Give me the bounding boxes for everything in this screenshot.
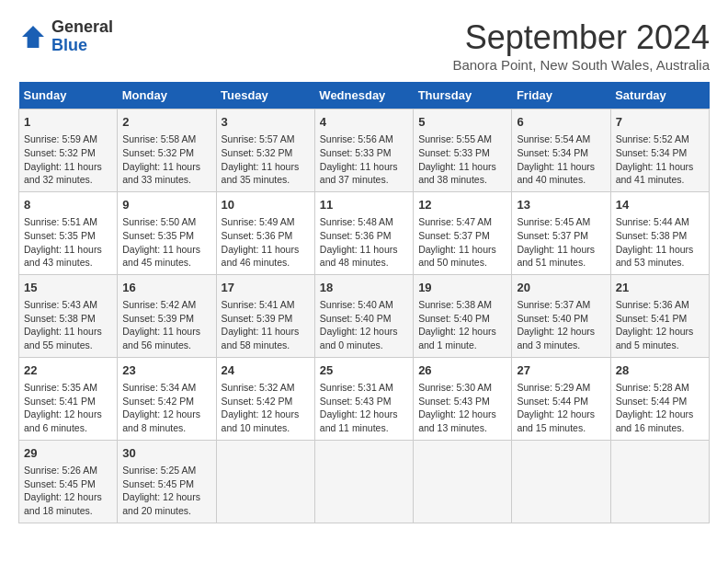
calendar-cell: 20Sunrise: 5:37 AM Sunset: 5:40 PM Dayli… (512, 274, 610, 357)
calendar-cell: 4Sunrise: 5:56 AM Sunset: 5:33 PM Daylig… (314, 109, 413, 192)
day-info: Sunrise: 5:41 AM Sunset: 5:39 PM Dayligh… (222, 298, 310, 352)
calendar-cell: 26Sunrise: 5:30 AM Sunset: 5:43 PM Dayli… (414, 357, 512, 440)
weekday-header-saturday: Saturday (610, 82, 709, 109)
day-number: 24 (222, 362, 310, 379)
day-info: Sunrise: 5:57 AM Sunset: 5:32 PM Dayligh… (222, 132, 310, 187)
calendar-cell: 18Sunrise: 5:40 AM Sunset: 5:40 PM Dayli… (314, 274, 413, 357)
calendar-cell: 23Sunrise: 5:34 AM Sunset: 5:42 PM Dayli… (118, 357, 216, 440)
day-number: 29 (24, 445, 112, 462)
calendar-week-3: 15Sunrise: 5:43 AM Sunset: 5:38 PM Dayli… (19, 274, 710, 357)
calendar-cell: 6Sunrise: 5:54 AM Sunset: 5:34 PM Daylig… (512, 109, 610, 192)
day-number: 14 (616, 197, 704, 213)
day-number: 22 (24, 362, 112, 379)
day-info: Sunrise: 5:25 AM Sunset: 5:45 PM Dayligh… (122, 464, 210, 518)
calendar-body: 1Sunrise: 5:59 AM Sunset: 5:32 PM Daylig… (19, 109, 710, 523)
calendar-cell (414, 440, 512, 523)
weekday-header-thursday: Thursday (414, 82, 512, 109)
weekday-row: SundayMondayTuesdayWednesdayThursdayFrid… (19, 82, 710, 109)
day-number: 26 (418, 362, 506, 379)
day-info: Sunrise: 5:55 AM Sunset: 5:33 PM Dayligh… (418, 132, 506, 187)
day-number: 20 (517, 280, 605, 296)
day-info: Sunrise: 5:36 AM Sunset: 5:41 PM Dayligh… (616, 298, 704, 352)
calendar-cell: 27Sunrise: 5:29 AM Sunset: 5:44 PM Dayli… (512, 357, 610, 440)
calendar-cell: 13Sunrise: 5:45 AM Sunset: 5:37 PM Dayli… (512, 191, 610, 274)
calendar-cell (216, 440, 314, 523)
day-number: 6 (517, 114, 605, 131)
day-info: Sunrise: 5:52 AM Sunset: 5:34 PM Dayligh… (616, 132, 704, 187)
logo: General Blue (18, 18, 113, 55)
day-number: 3 (222, 114, 310, 131)
day-number: 11 (320, 197, 408, 213)
day-number: 1 (24, 114, 112, 131)
day-info: Sunrise: 5:26 AM Sunset: 5:45 PM Dayligh… (24, 464, 112, 518)
page-header: General Blue September 2024 Banora Point… (18, 18, 710, 73)
weekday-header-friday: Friday (512, 82, 610, 109)
day-info: Sunrise: 5:59 AM Sunset: 5:32 PM Dayligh… (24, 132, 112, 187)
calendar-cell: 21Sunrise: 5:36 AM Sunset: 5:41 PM Dayli… (610, 274, 709, 357)
weekday-header-tuesday: Tuesday (216, 82, 314, 109)
calendar-cell: 29Sunrise: 5:26 AM Sunset: 5:45 PM Dayli… (19, 440, 118, 523)
day-info: Sunrise: 5:49 AM Sunset: 5:36 PM Dayligh… (222, 215, 310, 270)
day-number: 4 (320, 114, 408, 131)
day-number: 25 (320, 362, 408, 379)
day-info: Sunrise: 5:40 AM Sunset: 5:40 PM Dayligh… (320, 298, 408, 352)
svg-marker-0 (22, 26, 44, 48)
day-info: Sunrise: 5:37 AM Sunset: 5:40 PM Dayligh… (517, 298, 605, 352)
day-number: 5 (418, 114, 506, 131)
weekday-header-sunday: Sunday (19, 82, 118, 109)
calendar-cell: 14Sunrise: 5:44 AM Sunset: 5:38 PM Dayli… (610, 191, 709, 274)
day-info: Sunrise: 5:42 AM Sunset: 5:39 PM Dayligh… (122, 298, 210, 352)
logo-icon (18, 22, 48, 52)
day-info: Sunrise: 5:30 AM Sunset: 5:43 PM Dayligh… (418, 381, 506, 435)
day-info: Sunrise: 5:56 AM Sunset: 5:33 PM Dayligh… (320, 132, 408, 187)
day-info: Sunrise: 5:43 AM Sunset: 5:38 PM Dayligh… (24, 298, 112, 352)
calendar-header: SundayMondayTuesdayWednesdayThursdayFrid… (19, 82, 710, 109)
weekday-header-wednesday: Wednesday (314, 82, 413, 109)
calendar-cell: 24Sunrise: 5:32 AM Sunset: 5:42 PM Dayli… (216, 357, 314, 440)
day-number: 18 (320, 280, 408, 296)
calendar-cell: 1Sunrise: 5:59 AM Sunset: 5:32 PM Daylig… (19, 109, 118, 192)
day-info: Sunrise: 5:34 AM Sunset: 5:42 PM Dayligh… (122, 381, 210, 435)
calendar-cell: 28Sunrise: 5:28 AM Sunset: 5:44 PM Dayli… (610, 357, 709, 440)
calendar-cell: 22Sunrise: 5:35 AM Sunset: 5:41 PM Dayli… (19, 357, 118, 440)
calendar-cell: 11Sunrise: 5:48 AM Sunset: 5:36 PM Dayli… (314, 191, 413, 274)
month-year-title: September 2024 (452, 18, 710, 57)
calendar-cell: 7Sunrise: 5:52 AM Sunset: 5:34 PM Daylig… (610, 109, 709, 192)
weekday-header-monday: Monday (118, 82, 216, 109)
day-info: Sunrise: 5:32 AM Sunset: 5:42 PM Dayligh… (222, 381, 310, 435)
day-info: Sunrise: 5:58 AM Sunset: 5:32 PM Dayligh… (122, 132, 210, 187)
day-info: Sunrise: 5:28 AM Sunset: 5:44 PM Dayligh… (616, 381, 704, 435)
day-number: 21 (616, 280, 704, 296)
day-number: 27 (517, 362, 605, 379)
day-number: 23 (122, 362, 210, 379)
calendar-cell: 10Sunrise: 5:49 AM Sunset: 5:36 PM Dayli… (216, 191, 314, 274)
calendar-cell: 2Sunrise: 5:58 AM Sunset: 5:32 PM Daylig… (118, 109, 216, 192)
day-info: Sunrise: 5:47 AM Sunset: 5:37 PM Dayligh… (418, 215, 506, 270)
title-block: September 2024 Banora Point, New South W… (452, 18, 710, 73)
day-info: Sunrise: 5:51 AM Sunset: 5:35 PM Dayligh… (24, 215, 112, 270)
calendar-cell: 25Sunrise: 5:31 AM Sunset: 5:43 PM Dayli… (314, 357, 413, 440)
day-number: 13 (517, 197, 605, 213)
day-info: Sunrise: 5:45 AM Sunset: 5:37 PM Dayligh… (517, 215, 605, 270)
day-number: 30 (122, 445, 210, 462)
day-number: 12 (418, 197, 506, 213)
calendar-cell (512, 440, 610, 523)
calendar-cell: 12Sunrise: 5:47 AM Sunset: 5:37 PM Dayli… (414, 191, 512, 274)
day-info: Sunrise: 5:48 AM Sunset: 5:36 PM Dayligh… (320, 215, 408, 270)
calendar-cell: 8Sunrise: 5:51 AM Sunset: 5:35 PM Daylig… (19, 191, 118, 274)
calendar-cell: 16Sunrise: 5:42 AM Sunset: 5:39 PM Dayli… (118, 274, 216, 357)
logo-text: General Blue (51, 18, 113, 55)
day-info: Sunrise: 5:29 AM Sunset: 5:44 PM Dayligh… (517, 381, 605, 435)
calendar-week-5: 29Sunrise: 5:26 AM Sunset: 5:45 PM Dayli… (19, 440, 710, 523)
day-number: 16 (122, 280, 210, 296)
location-label: Banora Point, New South Wales, Australia (452, 57, 710, 73)
day-number: 9 (122, 197, 210, 213)
day-info: Sunrise: 5:44 AM Sunset: 5:38 PM Dayligh… (616, 215, 704, 270)
day-info: Sunrise: 5:38 AM Sunset: 5:40 PM Dayligh… (418, 298, 506, 352)
calendar-cell: 5Sunrise: 5:55 AM Sunset: 5:33 PM Daylig… (414, 109, 512, 192)
calendar-cell: 30Sunrise: 5:25 AM Sunset: 5:45 PM Dayli… (118, 440, 216, 523)
logo-line1: General (51, 18, 113, 37)
calendar-week-2: 8Sunrise: 5:51 AM Sunset: 5:35 PM Daylig… (19, 191, 710, 274)
calendar-cell: 9Sunrise: 5:50 AM Sunset: 5:35 PM Daylig… (118, 191, 216, 274)
day-number: 2 (122, 114, 210, 131)
